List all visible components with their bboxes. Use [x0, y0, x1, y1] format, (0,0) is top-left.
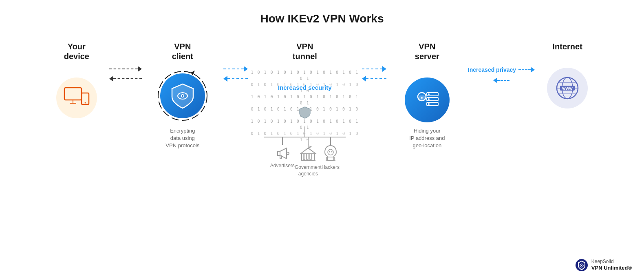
vpn-tunnel-label: VPNtunnel [293, 42, 317, 61]
svg-point-31 [428, 98, 430, 100]
vpn-server-label: VPNserver [415, 42, 439, 61]
government-icon-svg [299, 145, 317, 163]
increased-privacy-text: Increased privacy [468, 66, 516, 73]
svg-point-19 [328, 149, 333, 155]
government-label: Government agencies [295, 164, 322, 177]
server-lock-svg [414, 88, 440, 112]
arrow-device-to-client [109, 66, 142, 82]
svg-rect-0 [64, 88, 82, 100]
shield-mini-svg [299, 106, 311, 119]
your-device-icon [56, 78, 97, 118]
arrow-tunnel-to-server [362, 66, 386, 82]
binary-display: 1 0 1 0 1 0 1 0 1 0 1 0 1 0 1 0 1 0 1 0 … [248, 69, 362, 143]
svg-rect-14 [310, 154, 311, 159]
internet-label: Internet [552, 42, 582, 51]
hacker-icon-svg [322, 145, 339, 163]
vpn-client-wrapper [156, 69, 209, 122]
your-device-label: Yourdevice [64, 42, 89, 61]
arrow-left-blue-3 [493, 78, 509, 83]
threat-advertiser: Advertisers [270, 137, 295, 168]
col-internet: Internet WWW [535, 42, 600, 108]
arrow-left-blue-2 [362, 76, 386, 82]
advertiser-label: Advertisers [270, 163, 295, 168]
svg-marker-15 [300, 148, 316, 154]
main-flow: Yourdevice [16, 38, 628, 177]
arrow-right-blue-2 [362, 66, 386, 72]
svg-point-9 [182, 95, 183, 97]
tunnel-wrapper: 1 0 1 0 1 0 1 0 1 0 1 0 1 0 1 0 1 0 1 0 … [248, 69, 362, 118]
col-vpn-server: VPNserver Hiding yourIP addres [386, 42, 468, 150]
threat-hacker: Hackers [322, 137, 340, 170]
svg-marker-17 [308, 146, 311, 148]
vpn-client-sublabel: Encryptingdata usingVPN protocols [165, 127, 199, 150]
arrow-right-blue-1 [223, 66, 248, 72]
svg-point-32 [428, 103, 430, 105]
svg-point-42 [581, 265, 582, 266]
internet-icon: WWW [547, 68, 588, 108]
vpn-server-sublabel: Hiding yourIP address andgeo-location [409, 127, 445, 150]
vpn-client-icon [160, 73, 205, 118]
svg-point-30 [428, 93, 430, 95]
svg-point-21 [331, 151, 332, 153]
keepsolid-logo-icon [575, 259, 588, 272]
arrow-server-to-internet: Increased privacy [468, 66, 535, 83]
threat-government: Government agencies [295, 137, 322, 177]
diagram-container: How IKEv2 VPN Works Yourdevice [0, 0, 644, 279]
hacker-label: Hackers [322, 164, 340, 170]
vpn-server-icon [405, 78, 450, 122]
svg-point-4 [84, 102, 86, 103]
svg-point-26 [421, 97, 423, 99]
threat-line-h: Advertisers [264, 137, 346, 177]
shield-eye-svg [170, 83, 195, 109]
arrow-left-blue-1 [223, 76, 248, 82]
arrow-client-to-tunnel [223, 66, 248, 82]
arrow-left-black [109, 76, 142, 82]
svg-rect-12 [303, 154, 305, 159]
device-svg [62, 87, 91, 109]
svg-rect-13 [307, 154, 308, 159]
globe-www-svg: WWW [554, 75, 581, 102]
col-vpn-tunnel: VPNtunnel 1 0 1 0 1 0 1 0 1 0 1 0 1 0 1 … [248, 42, 362, 177]
page-title: How IKEv2 VPN Works [260, 12, 384, 25]
svg-point-20 [329, 151, 330, 153]
vpn-client-label: VPNclient [172, 42, 193, 61]
col-vpn-client: VPNclient [142, 42, 223, 150]
brand-logo: KeepSolid VPN Unlimited® [575, 259, 632, 272]
shield-mini-icon [299, 106, 311, 120]
advertiser-icon-svg [274, 145, 291, 161]
arrow-increased-privacy-right: Increased privacy [468, 66, 535, 73]
svg-point-10 [287, 152, 289, 155]
arrow-right-black [109, 66, 142, 72]
increased-security-label: Increased security [248, 84, 362, 92]
brand-text: KeepSolid VPN Unlimited® [591, 259, 632, 272]
svg-text:WWW: WWW [562, 86, 573, 91]
col-your-device: Yourdevice [44, 42, 109, 118]
